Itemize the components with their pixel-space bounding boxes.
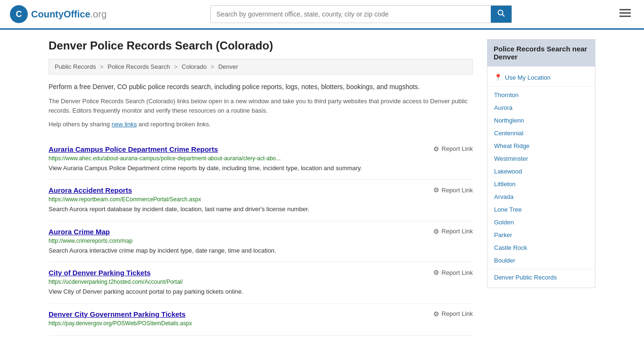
use-my-location-label: Use My Location: [505, 74, 551, 81]
svg-rect-4: [619, 9, 631, 10]
search-icon: [497, 9, 505, 17]
sidebar-link-centennial[interactable]: Centennial: [487, 127, 595, 140]
sidebar-link-lone-tree[interactable]: Lone Tree: [487, 203, 595, 216]
result-header-3: City of Denver Parking Tickets ⚙ Report …: [49, 269, 473, 277]
report-link-button-2[interactable]: ⚙ Report Link: [433, 228, 473, 235]
result-item: Denver City Government Parking Tickets ⚙…: [49, 304, 473, 336]
sidebar-divider: [487, 86, 595, 87]
sidebar-link-northglenn[interactable]: Northglenn: [487, 114, 595, 127]
result-header-0: Auraria Campus Police Department Crime R…: [49, 145, 473, 153]
breadcrumb-public-records[interactable]: Public Records: [55, 63, 96, 70]
intro-p3-before: Help others by sharing: [49, 121, 112, 128]
pin-icon: 📍: [494, 74, 502, 81]
search-area: [210, 5, 512, 23]
report-icon-2: ⚙: [433, 228, 439, 235]
sidebar-link-boulder[interactable]: Boulder: [487, 254, 595, 267]
result-url-3: https://ucdenverparking.t2hosted.com/Acc…: [49, 279, 355, 285]
result-desc-3: View City of Denver parking account port…: [49, 287, 473, 296]
breadcrumb-colorado[interactable]: Colorado: [182, 63, 206, 70]
hamburger-icon: [619, 9, 631, 17]
svg-text:C: C: [16, 9, 22, 19]
report-icon-0: ⚙: [433, 145, 439, 153]
result-item: City of Denver Parking Tickets ⚙ Report …: [49, 262, 473, 304]
svg-line-3: [503, 15, 505, 17]
sidebar-link-wheat-ridge[interactable]: Wheat Ridge: [487, 140, 595, 152]
result-title-1[interactable]: Aurora Accident Reports: [49, 186, 132, 194]
report-link-label-3: Report Link: [442, 269, 473, 276]
sidebar-link-westminster[interactable]: Westminster: [487, 152, 595, 165]
intro-paragraph-3: Help others by sharing new links and rep…: [49, 120, 473, 129]
intro-paragraph-1: Perform a free Denver, CO public police …: [49, 82, 473, 92]
result-header-4: Denver City Government Parking Tickets ⚙…: [49, 310, 473, 318]
sidebar-link-aurora[interactable]: Aurora: [487, 101, 595, 114]
svg-rect-6: [619, 16, 631, 17]
report-icon-1: ⚙: [433, 186, 439, 194]
new-links-link[interactable]: new links: [112, 121, 137, 128]
svg-rect-5: [619, 12, 631, 14]
search-button[interactable]: [491, 6, 512, 23]
breadcrumb-sep-1: >: [100, 63, 104, 70]
report-link-label-2: Report Link: [442, 228, 473, 235]
report-link-button-1[interactable]: ⚙ Report Link: [433, 186, 473, 194]
page-title: Denver Police Records Search (Colorado): [49, 39, 473, 52]
result-title-3[interactable]: City of Denver Parking Tickets: [49, 269, 150, 277]
result-desc-0: View Auraria Campus Police Department cr…: [49, 164, 473, 173]
logo-suffix: .org: [91, 9, 107, 19]
sidebar-link-golden[interactable]: Golden: [487, 216, 595, 229]
sidebar-link-littleton[interactable]: Littleton: [487, 178, 595, 190]
svg-point-2: [498, 10, 503, 15]
breadcrumb: Public Records > Police Records Search >…: [49, 59, 473, 74]
result-header-1: Aurora Accident Reports ⚙ Report Link: [49, 186, 473, 194]
result-item: Aurora Crime Map ⚙ Report Link http://ww…: [49, 221, 473, 263]
intro-paragraph-2: The Denver Police Records Search (Colora…: [49, 97, 473, 115]
sidebar-content: 📍 Use My Location ThorntonAuroraNorthgle…: [487, 66, 595, 288]
breadcrumb-sep-3: >: [211, 63, 215, 70]
sidebar: Police Records Search near Denver 📍 Use …: [487, 39, 595, 336]
result-title-0[interactable]: Auraria Campus Police Department Crime R…: [49, 145, 218, 153]
content-area: Denver Police Records Search (Colorado) …: [49, 39, 473, 336]
sidebar-link-castle-rock[interactable]: Castle Rock: [487, 241, 595, 254]
report-icon-3: ⚙: [433, 269, 439, 276]
result-url-0: https://www.ahec.edu/about-auraria-campu…: [49, 155, 355, 162]
breadcrumb-sep-2: >: [174, 63, 178, 70]
logo-text: CountyOffice.org: [31, 9, 107, 20]
breadcrumb-denver[interactable]: Denver: [218, 63, 238, 70]
header: C CountyOffice.org: [0, 0, 644, 30]
report-icon-4: ⚙: [433, 310, 439, 318]
sidebar-link-parker[interactable]: Parker: [487, 229, 595, 241]
result-url-2: http://www.crimereports.com/map: [49, 238, 355, 244]
result-title-2[interactable]: Aurora Crime Map: [49, 228, 110, 236]
report-link-button-0[interactable]: ⚙ Report Link: [433, 145, 473, 153]
sidebar-link-thornton[interactable]: Thornton: [487, 89, 595, 101]
result-url-4: https://pay.denvergov.org/POSWeb/POSItem…: [49, 320, 355, 327]
result-item: Auraria Campus Police Department Crime R…: [49, 139, 473, 180]
result-desc-1: Search Aurora report database by inciden…: [49, 205, 473, 214]
intro-p3-after: and reporting broken links.: [137, 121, 211, 128]
sidebar-links-list: ThorntonAuroraNorthglennCentennialWheat …: [487, 89, 595, 267]
result-item: Aurora Accident Reports ⚙ Report Link ht…: [49, 180, 473, 221]
search-input[interactable]: [211, 7, 491, 22]
report-link-label-4: Report Link: [442, 310, 473, 317]
report-link-label-0: Report Link: [442, 145, 473, 152]
result-url-1: https://www.reportbeam.com/ECommercePort…: [49, 196, 355, 203]
sidebar-link-denver-public-records[interactable]: Denver Public Records: [487, 271, 595, 284]
result-title-4[interactable]: Denver City Government Parking Tickets: [49, 310, 186, 318]
sidebar-title: Police Records Search near Denver: [487, 39, 595, 66]
breadcrumb-police-records-search[interactable]: Police Records Search: [107, 63, 170, 70]
use-my-location-button[interactable]: 📍 Use My Location: [487, 70, 595, 84]
report-link-label-1: Report Link: [442, 187, 473, 194]
main-wrapper: Denver Police Records Search (Colorado) …: [39, 30, 605, 345]
result-desc-2: Search Aurora interactive crime map by i…: [49, 246, 473, 255]
logo-icon: C: [9, 5, 28, 24]
report-link-button-4[interactable]: ⚙ Report Link: [433, 310, 473, 318]
sidebar-divider-bottom: [487, 269, 595, 269]
report-link-button-3[interactable]: ⚙ Report Link: [433, 269, 473, 276]
sidebar-link-arvada[interactable]: Arvada: [487, 190, 595, 203]
result-header-2: Aurora Crime Map ⚙ Report Link: [49, 228, 473, 236]
menu-button[interactable]: [616, 6, 635, 22]
sidebar-link-lakewood[interactable]: Lakewood: [487, 165, 595, 178]
results-list: Auraria Campus Police Department Crime R…: [49, 139, 473, 336]
logo-area: C CountyOffice.org: [9, 5, 107, 24]
